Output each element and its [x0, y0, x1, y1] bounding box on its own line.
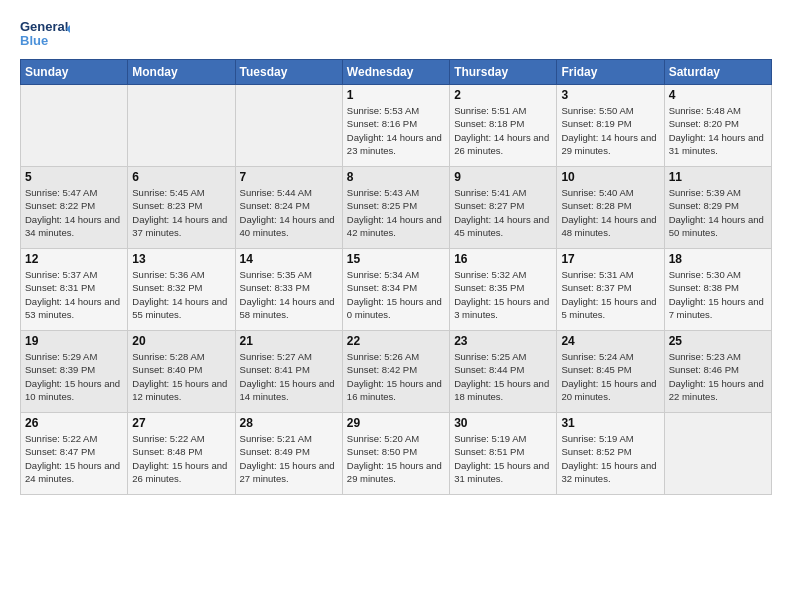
day-info: Sunrise: 5:45 AMSunset: 8:23 PMDaylight:…	[132, 186, 230, 239]
day-number: 19	[25, 334, 123, 348]
calendar-cell: 29Sunrise: 5:20 AMSunset: 8:50 PMDayligh…	[342, 413, 449, 495]
calendar-cell: 3Sunrise: 5:50 AMSunset: 8:19 PMDaylight…	[557, 85, 664, 167]
day-number: 26	[25, 416, 123, 430]
day-info: Sunrise: 5:25 AMSunset: 8:44 PMDaylight:…	[454, 350, 552, 403]
day-number: 9	[454, 170, 552, 184]
calendar-cell: 12Sunrise: 5:37 AMSunset: 8:31 PMDayligh…	[21, 249, 128, 331]
day-info: Sunrise: 5:50 AMSunset: 8:19 PMDaylight:…	[561, 104, 659, 157]
calendar-cell: 22Sunrise: 5:26 AMSunset: 8:42 PMDayligh…	[342, 331, 449, 413]
calendar-cell: 10Sunrise: 5:40 AMSunset: 8:28 PMDayligh…	[557, 167, 664, 249]
calendar-cell: 8Sunrise: 5:43 AMSunset: 8:25 PMDaylight…	[342, 167, 449, 249]
calendar-cell: 13Sunrise: 5:36 AMSunset: 8:32 PMDayligh…	[128, 249, 235, 331]
logo-svg: General Blue	[20, 15, 70, 51]
calendar-week-row: 19Sunrise: 5:29 AMSunset: 8:39 PMDayligh…	[21, 331, 772, 413]
day-number: 18	[669, 252, 767, 266]
day-number: 4	[669, 88, 767, 102]
calendar-cell: 2Sunrise: 5:51 AMSunset: 8:18 PMDaylight…	[450, 85, 557, 167]
weekday-header: Friday	[557, 60, 664, 85]
day-info: Sunrise: 5:51 AMSunset: 8:18 PMDaylight:…	[454, 104, 552, 157]
day-number: 28	[240, 416, 338, 430]
calendar-week-row: 26Sunrise: 5:22 AMSunset: 8:47 PMDayligh…	[21, 413, 772, 495]
calendar-cell: 28Sunrise: 5:21 AMSunset: 8:49 PMDayligh…	[235, 413, 342, 495]
day-number: 12	[25, 252, 123, 266]
calendar-cell: 7Sunrise: 5:44 AMSunset: 8:24 PMDaylight…	[235, 167, 342, 249]
calendar-cell: 26Sunrise: 5:22 AMSunset: 8:47 PMDayligh…	[21, 413, 128, 495]
day-number: 17	[561, 252, 659, 266]
day-info: Sunrise: 5:23 AMSunset: 8:46 PMDaylight:…	[669, 350, 767, 403]
calendar-cell: 9Sunrise: 5:41 AMSunset: 8:27 PMDaylight…	[450, 167, 557, 249]
logo: General Blue	[20, 15, 70, 51]
calendar-cell	[664, 413, 771, 495]
day-info: Sunrise: 5:37 AMSunset: 8:31 PMDaylight:…	[25, 268, 123, 321]
day-number: 1	[347, 88, 445, 102]
day-number: 25	[669, 334, 767, 348]
weekday-header-row: SundayMondayTuesdayWednesdayThursdayFrid…	[21, 60, 772, 85]
day-number: 21	[240, 334, 338, 348]
calendar-week-row: 5Sunrise: 5:47 AMSunset: 8:22 PMDaylight…	[21, 167, 772, 249]
calendar-cell: 25Sunrise: 5:23 AMSunset: 8:46 PMDayligh…	[664, 331, 771, 413]
calendar-cell: 27Sunrise: 5:22 AMSunset: 8:48 PMDayligh…	[128, 413, 235, 495]
day-number: 14	[240, 252, 338, 266]
day-info: Sunrise: 5:35 AMSunset: 8:33 PMDaylight:…	[240, 268, 338, 321]
calendar-week-row: 12Sunrise: 5:37 AMSunset: 8:31 PMDayligh…	[21, 249, 772, 331]
weekday-header: Saturday	[664, 60, 771, 85]
weekday-header: Tuesday	[235, 60, 342, 85]
day-info: Sunrise: 5:41 AMSunset: 8:27 PMDaylight:…	[454, 186, 552, 239]
svg-text:General: General	[20, 19, 68, 34]
day-number: 30	[454, 416, 552, 430]
calendar-cell: 16Sunrise: 5:32 AMSunset: 8:35 PMDayligh…	[450, 249, 557, 331]
day-number: 29	[347, 416, 445, 430]
day-info: Sunrise: 5:19 AMSunset: 8:51 PMDaylight:…	[454, 432, 552, 485]
day-info: Sunrise: 5:43 AMSunset: 8:25 PMDaylight:…	[347, 186, 445, 239]
calendar-cell	[128, 85, 235, 167]
day-number: 3	[561, 88, 659, 102]
calendar-week-row: 1Sunrise: 5:53 AMSunset: 8:16 PMDaylight…	[21, 85, 772, 167]
day-info: Sunrise: 5:19 AMSunset: 8:52 PMDaylight:…	[561, 432, 659, 485]
day-info: Sunrise: 5:32 AMSunset: 8:35 PMDaylight:…	[454, 268, 552, 321]
day-number: 11	[669, 170, 767, 184]
day-info: Sunrise: 5:44 AMSunset: 8:24 PMDaylight:…	[240, 186, 338, 239]
calendar-cell: 18Sunrise: 5:30 AMSunset: 8:38 PMDayligh…	[664, 249, 771, 331]
day-number: 31	[561, 416, 659, 430]
calendar-cell: 15Sunrise: 5:34 AMSunset: 8:34 PMDayligh…	[342, 249, 449, 331]
page-header: General Blue	[20, 15, 772, 51]
weekday-header: Thursday	[450, 60, 557, 85]
day-info: Sunrise: 5:34 AMSunset: 8:34 PMDaylight:…	[347, 268, 445, 321]
calendar-cell: 19Sunrise: 5:29 AMSunset: 8:39 PMDayligh…	[21, 331, 128, 413]
calendar-cell: 14Sunrise: 5:35 AMSunset: 8:33 PMDayligh…	[235, 249, 342, 331]
calendar-table: SundayMondayTuesdayWednesdayThursdayFrid…	[20, 59, 772, 495]
day-info: Sunrise: 5:36 AMSunset: 8:32 PMDaylight:…	[132, 268, 230, 321]
day-number: 10	[561, 170, 659, 184]
day-number: 7	[240, 170, 338, 184]
day-number: 22	[347, 334, 445, 348]
day-info: Sunrise: 5:26 AMSunset: 8:42 PMDaylight:…	[347, 350, 445, 403]
svg-text:Blue: Blue	[20, 33, 48, 48]
calendar-cell: 21Sunrise: 5:27 AMSunset: 8:41 PMDayligh…	[235, 331, 342, 413]
day-info: Sunrise: 5:24 AMSunset: 8:45 PMDaylight:…	[561, 350, 659, 403]
calendar-cell: 24Sunrise: 5:24 AMSunset: 8:45 PMDayligh…	[557, 331, 664, 413]
weekday-header: Wednesday	[342, 60, 449, 85]
day-number: 13	[132, 252, 230, 266]
day-info: Sunrise: 5:22 AMSunset: 8:48 PMDaylight:…	[132, 432, 230, 485]
day-number: 24	[561, 334, 659, 348]
calendar-cell	[21, 85, 128, 167]
day-info: Sunrise: 5:48 AMSunset: 8:20 PMDaylight:…	[669, 104, 767, 157]
day-info: Sunrise: 5:22 AMSunset: 8:47 PMDaylight:…	[25, 432, 123, 485]
day-number: 23	[454, 334, 552, 348]
day-number: 8	[347, 170, 445, 184]
calendar-cell: 5Sunrise: 5:47 AMSunset: 8:22 PMDaylight…	[21, 167, 128, 249]
day-info: Sunrise: 5:29 AMSunset: 8:39 PMDaylight:…	[25, 350, 123, 403]
day-number: 20	[132, 334, 230, 348]
day-number: 5	[25, 170, 123, 184]
calendar-cell	[235, 85, 342, 167]
calendar-cell: 23Sunrise: 5:25 AMSunset: 8:44 PMDayligh…	[450, 331, 557, 413]
day-info: Sunrise: 5:28 AMSunset: 8:40 PMDaylight:…	[132, 350, 230, 403]
day-info: Sunrise: 5:40 AMSunset: 8:28 PMDaylight:…	[561, 186, 659, 239]
day-info: Sunrise: 5:27 AMSunset: 8:41 PMDaylight:…	[240, 350, 338, 403]
day-number: 27	[132, 416, 230, 430]
day-info: Sunrise: 5:47 AMSunset: 8:22 PMDaylight:…	[25, 186, 123, 239]
day-info: Sunrise: 5:39 AMSunset: 8:29 PMDaylight:…	[669, 186, 767, 239]
day-info: Sunrise: 5:31 AMSunset: 8:37 PMDaylight:…	[561, 268, 659, 321]
calendar-cell: 6Sunrise: 5:45 AMSunset: 8:23 PMDaylight…	[128, 167, 235, 249]
calendar-cell: 20Sunrise: 5:28 AMSunset: 8:40 PMDayligh…	[128, 331, 235, 413]
